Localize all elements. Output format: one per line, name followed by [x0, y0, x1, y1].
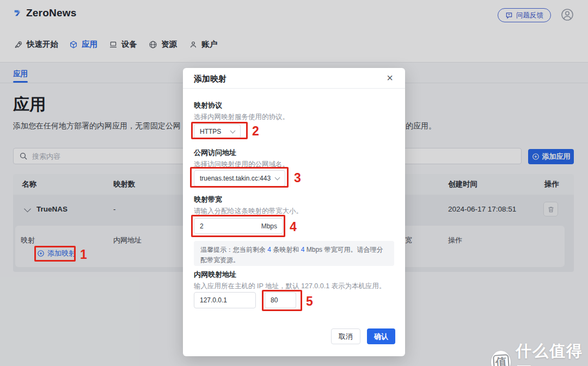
internal-addr-label: 内网映射地址 — [194, 270, 236, 280]
add-mapping-modal: 添加映射 × 映射协议 选择内网映射服务使用的协议。 HTTPS 公网访问地址 … — [183, 68, 405, 356]
annotation-number-2: 2 — [252, 124, 259, 139]
modal-header: 添加映射 × — [183, 68, 405, 89]
smzdm-watermark-text: 什么值得买 — [516, 340, 588, 366]
quota-tip: 温馨提示：您当前剩余 4 条映射和 4 Mbps 带宽可用。请合理分配带宽资源。 — [194, 241, 394, 266]
bandwidth-label: 映射带宽 — [194, 195, 222, 204]
internal-ip-input[interactable]: 127.0.0.1 — [194, 292, 256, 308]
internal-ip-value: 127.0.0.1 — [200, 296, 227, 304]
modal-footer: 取消 确认 — [331, 328, 395, 344]
annotation-number-3: 3 — [294, 171, 301, 185]
protocol-label: 映射协议 — [194, 101, 222, 110]
annotation-number-5: 5 — [306, 294, 313, 309]
annotation-box-2 — [191, 122, 248, 139]
cancel-button[interactable]: 取消 — [331, 328, 360, 344]
domain-label: 公网访问地址 — [194, 148, 236, 158]
modal-title: 添加映射 — [194, 74, 226, 84]
annotation-box-5 — [262, 290, 302, 311]
smzdm-badge-char: 值 — [493, 354, 510, 366]
tip-text: 条映射和 — [271, 246, 301, 253]
tip-text: 温馨提示：您当前剩余 — [200, 246, 267, 253]
annotation-number-4: 4 — [290, 220, 297, 234]
confirm-button[interactable]: 确认 — [367, 328, 395, 344]
smzdm-watermark: 值 什么值得买 — [491, 340, 588, 366]
annotation-box-4 — [191, 215, 285, 237]
annotation-box-3 — [190, 167, 289, 188]
annotation-number-1: 1 — [80, 247, 87, 262]
smzdm-badge-icon: 值 — [491, 351, 511, 366]
annotation-box-1 — [34, 246, 76, 262]
protocol-desc: 选择内网映射服务使用的协议。 — [194, 113, 289, 122]
close-icon[interactable]: × — [383, 71, 396, 84]
